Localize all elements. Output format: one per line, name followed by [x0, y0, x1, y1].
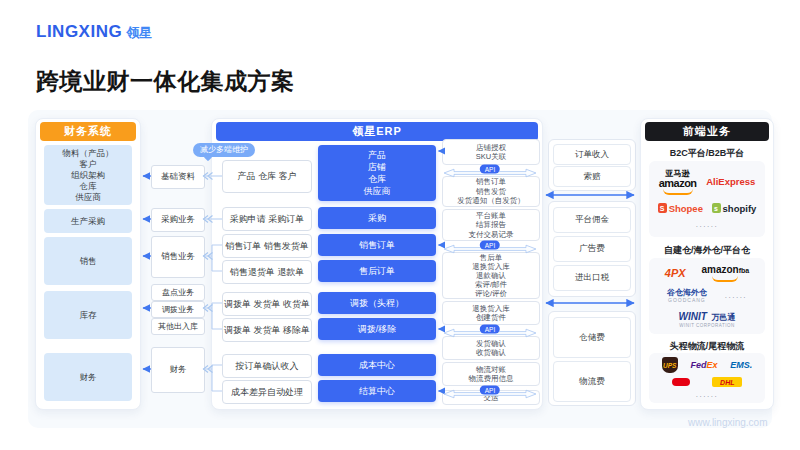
- logistics-logo-card: UPS FedEx EMS. DHL ......: [649, 353, 765, 403]
- front-panel: 前端业务 B2C平台/B2B平台 亚马逊 amazon AliExpress S…: [640, 118, 774, 410]
- erp-panel: 领星ERP: [211, 118, 543, 410]
- finance-box-inventory: 库存: [44, 291, 132, 339]
- slide: LINGXING 领星 跨境业财一体化集成方案: [0, 0, 800, 450]
- ups-logo: UPS: [662, 357, 678, 373]
- amazon-swoosh-icon: [663, 189, 693, 195]
- finance-box-production: 生产采购: [44, 209, 132, 233]
- courier-logo-red: [672, 378, 690, 386]
- finance-panel-header: 财务系统: [40, 122, 136, 141]
- erp-tag: 减少多端维护: [193, 143, 255, 157]
- section-label-logistics: 头程物流/尾程物流: [641, 340, 773, 353]
- warehouse-logo-card: 4PX amazonfba 谷仓海外仓 GOODCANG ...... WINI…: [649, 258, 765, 334]
- section-label-b2c: B2C平台/B2B平台: [641, 147, 773, 160]
- shopee-logo: S Shopee: [658, 203, 703, 214]
- ellipsis: ......: [696, 391, 718, 399]
- amazon-fba-logo: amazonfba: [701, 265, 749, 282]
- erp-panel-header: 领星ERP: [216, 122, 538, 141]
- shopify-logo: s shopify: [712, 203, 757, 214]
- amazon-swoosh-icon: [712, 276, 738, 282]
- finance-box-finance: 财务: [44, 353, 132, 401]
- watermark: www.lingxing.com: [688, 417, 767, 428]
- amazon-logo: 亚马逊 amazon: [659, 169, 697, 195]
- finance-panel: 财务系统 物料（产品） 客户 组织架构 仓库 供应商 生产采购 销售 库存 财务: [35, 118, 141, 410]
- brand-logo-cn: 领星: [126, 24, 152, 42]
- winit-logo: WINIT 万邑通 WINIT CORPORATION: [679, 310, 736, 328]
- shopee-bag-icon: S: [658, 203, 667, 213]
- b2c-logo-card: 亚马逊 amazon AliExpress S Shopee s shopify…: [649, 161, 765, 237]
- fourpx-logo: 4PX: [665, 267, 686, 279]
- shopify-bag-icon: s: [712, 203, 721, 213]
- finance-box-masterdata: 物料（产品） 客户 组织架构 仓库 供应商: [44, 145, 132, 205]
- ellipsis: ......: [725, 292, 747, 300]
- front-panel-header: 前端业务: [645, 122, 769, 141]
- ems-logo: EMS.: [730, 360, 752, 370]
- dhl-logo: DHL: [712, 377, 742, 387]
- brand-logo-en: LINGXING: [36, 22, 122, 42]
- fedex-logo: FedEx: [690, 360, 717, 370]
- goodcang-logo: 谷仓海外仓 GOODCANG: [667, 288, 707, 303]
- aliexpress-logo: AliExpress: [706, 176, 755, 187]
- brand-logo: LINGXING 领星: [36, 22, 152, 42]
- page-title: 跨境业财一体化集成方案: [36, 66, 295, 97]
- ellipsis: ......: [696, 221, 718, 229]
- section-label-warehouse: 自建仓/海外仓/平台仓: [641, 244, 773, 257]
- finance-box-sales: 销售: [44, 237, 132, 285]
